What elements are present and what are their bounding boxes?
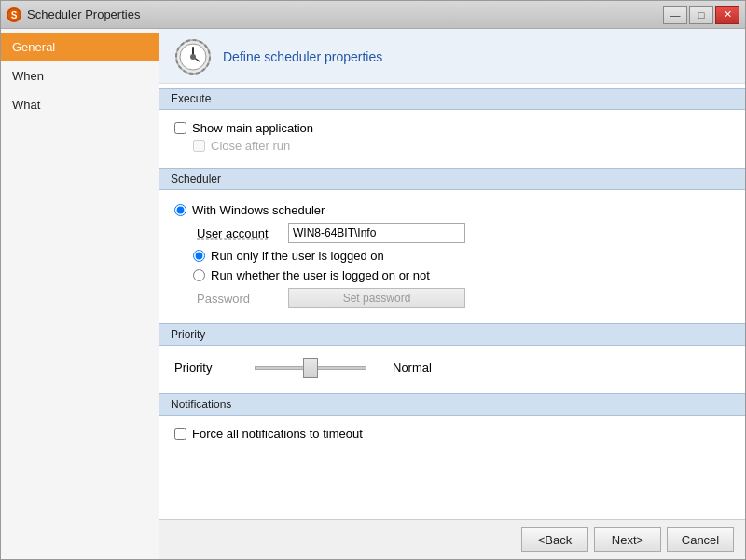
minimize-button[interactable]: — <box>663 6 687 24</box>
svg-point-6 <box>190 54 196 60</box>
priority-value: Normal <box>393 361 432 375</box>
window-title: Scheduler Properties <box>27 7 140 21</box>
user-account-label: User account <box>197 226 281 240</box>
scheduler-section-header: Scheduler <box>159 168 745 190</box>
close-after-run-label: Close after run <box>211 139 290 153</box>
notifications-section-content: Force all notifications to timeout <box>159 416 745 452</box>
user-account-input[interactable] <box>288 223 465 243</box>
with-windows-scheduler-radio[interactable] <box>174 204 186 216</box>
title-bar: S Scheduler Properties — □ ✕ <box>1 1 745 29</box>
run-whether-label: Run whether the user is logged on or not <box>211 268 430 282</box>
app-icon: S <box>7 7 21 22</box>
header-title: Define scheduler properties <box>223 49 382 64</box>
password-label: Password <box>197 292 281 306</box>
priority-section-header: Priority <box>159 323 745 346</box>
content-scroll[interactable]: Define scheduler properties Execute Show… <box>159 29 745 519</box>
close-after-run-row: Close after run <box>193 139 730 153</box>
user-account-row: User account <box>197 223 730 243</box>
sidebar-item-what[interactable]: What <box>1 90 159 119</box>
run-whether-radio[interactable] <box>193 269 205 281</box>
main-window: S Scheduler Properties — □ ✕ General Whe… <box>0 0 746 560</box>
execute-section-header: Execute <box>159 88 745 110</box>
show-main-app-row: Show main application <box>174 121 730 135</box>
next-button[interactable]: Next> <box>594 527 661 552</box>
svg-text:S: S <box>11 10 18 20</box>
sidebar: General When What <box>1 29 159 559</box>
execute-section-content: Show main application Close after run <box>159 110 745 164</box>
force-notifications-label: Force all notifications to timeout <box>192 427 363 441</box>
cancel-button[interactable]: Cancel <box>667 527 734 552</box>
show-main-app-checkbox[interactable] <box>174 122 186 134</box>
close-button[interactable]: ✕ <box>715 6 739 24</box>
scheduler-icon <box>174 38 212 75</box>
force-notifications-row: Force all notifications to timeout <box>174 427 730 441</box>
priority-section-content: Priority Normal <box>159 346 745 389</box>
sidebar-item-general[interactable]: General <box>1 33 159 61</box>
force-notifications-checkbox[interactable] <box>174 428 186 440</box>
scheduler-section-content: With Windows scheduler User account Run … <box>159 190 745 320</box>
back-button[interactable]: <Back <box>521 527 588 552</box>
dialog-footer: <Back Next> Cancel <box>159 519 745 559</box>
priority-slider[interactable] <box>255 366 366 370</box>
password-row: Password Set password <box>197 288 730 308</box>
close-after-run-checkbox[interactable] <box>193 140 205 152</box>
header-section: Define scheduler properties <box>159 29 745 84</box>
run-logged-on-radio[interactable] <box>193 250 205 262</box>
with-windows-scheduler-label: With Windows scheduler <box>192 203 325 217</box>
notifications-section-header: Notifications <box>159 393 745 416</box>
content-area: Define scheduler properties Execute Show… <box>159 29 745 559</box>
with-windows-scheduler-row: With Windows scheduler <box>174 203 730 217</box>
maximize-button[interactable]: □ <box>689 6 713 24</box>
priority-label: Priority <box>174 361 240 375</box>
priority-row: Priority Normal <box>174 361 730 375</box>
title-bar-left: S Scheduler Properties <box>7 7 140 22</box>
sidebar-item-when[interactable]: When <box>1 61 159 90</box>
title-bar-controls: — □ ✕ <box>663 6 739 24</box>
dialog-body: General When What <box>1 29 745 559</box>
show-main-app-label: Show main application <box>192 121 313 135</box>
run-whether-row: Run whether the user is logged on or not <box>193 268 730 282</box>
run-logged-on-row: Run only if the user is logged on <box>193 249 730 263</box>
run-logged-on-label: Run only if the user is logged on <box>211 249 384 263</box>
set-password-button[interactable]: Set password <box>288 288 465 308</box>
